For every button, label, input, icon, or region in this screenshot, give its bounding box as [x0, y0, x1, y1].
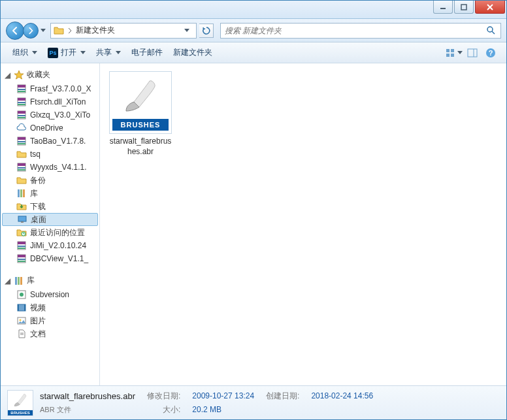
libraries-label: 库 — [27, 275, 35, 286]
svg-rect-55 — [24, 304, 25, 311]
item-icon — [16, 149, 27, 159]
svg-rect-21 — [18, 104, 25, 105]
svg-text:?: ? — [489, 49, 493, 57]
svg-rect-36 — [23, 189, 25, 197]
close-button[interactable] — [475, 1, 505, 14]
sidebar-item[interactable]: tsq — [1, 148, 99, 161]
navigation-sidebar[interactable]: ◢收藏夹Frasf_V3.7.0.0_XFtsrch.dll_XiTonGlxz… — [1, 63, 100, 385]
svg-rect-48 — [15, 277, 17, 285]
email-label: 电子邮件 — [131, 47, 163, 58]
svg-rect-32 — [18, 167, 25, 169]
sidebar-item[interactable]: Subversion — [1, 288, 99, 301]
sidebar-item-label: Glxzq_V3.0_XiTo — [30, 110, 90, 120]
svg-point-52 — [20, 293, 24, 297]
chevron-down-icon — [116, 51, 121, 54]
content-area[interactable]: BRUSHES starwalt_flarebrushes.abr — [100, 63, 506, 385]
help-button[interactable]: ? — [482, 45, 500, 61]
svg-rect-54 — [18, 304, 19, 311]
sidebar-item[interactable]: DBCView_V1.1_ — [1, 252, 99, 265]
svg-rect-1 — [461, 5, 466, 10]
sidebar-item[interactable]: 库 — [1, 187, 99, 200]
svg-rect-23 — [18, 111, 25, 114]
breadcrumb-path[interactable]: 新建文件夹 — [76, 25, 180, 36]
preview-pane-button[interactable] — [463, 45, 482, 61]
brushes-band-small: BRUSHES — [8, 410, 33, 415]
thumbnail-box: BRUSHES — [109, 71, 172, 134]
sidebar-item[interactable]: 图片 — [1, 314, 99, 327]
search-box[interactable] — [220, 23, 501, 39]
search-icon[interactable] — [486, 25, 497, 36]
svg-rect-50 — [20, 277, 22, 285]
svg-rect-37 — [18, 216, 26, 221]
refresh-button[interactable] — [199, 24, 214, 38]
file-thumbnail[interactable]: BRUSHES starwalt_flarebrushes.abr — [108, 71, 173, 157]
sidebar-item[interactable]: 文档 — [1, 327, 99, 340]
svg-rect-38 — [21, 221, 24, 223]
sidebar-item-label: Subversion — [30, 290, 69, 299]
open-label: 打开 — [61, 47, 76, 58]
address-box[interactable]: 新建文件夹 — [50, 23, 197, 39]
sidebar-item[interactable]: Glxzq_V3.0_XiTo — [1, 108, 99, 121]
email-button[interactable]: 电子邮件 — [126, 42, 168, 63]
search-input[interactable] — [225, 26, 486, 35]
maximize-button[interactable] — [454, 1, 474, 14]
sidebar-item[interactable]: 桌面 — [2, 213, 98, 226]
sidebar-item-label: 视频 — [30, 302, 46, 314]
open-with-menu[interactable]: Ps 打开 — [42, 42, 91, 63]
collapse-icon: ◢ — [5, 276, 11, 285]
svg-rect-46 — [18, 259, 25, 260]
libraries-header[interactable]: ◢库 — [1, 273, 99, 288]
sidebar-item[interactable]: JiMi_V2.0.10.24 — [1, 239, 99, 252]
favorites-header[interactable]: ◢收藏夹 — [1, 67, 99, 82]
svg-rect-47 — [18, 261, 25, 262]
svg-line-5 — [492, 31, 495, 34]
svg-point-4 — [487, 27, 493, 32]
minimize-button[interactable] — [433, 1, 453, 14]
new-folder-button[interactable]: 新建文件夹 — [168, 42, 218, 63]
created-label: 创建日期: — [266, 391, 299, 402]
sidebar-item[interactable]: Ftsrch.dll_XiTon — [1, 95, 99, 108]
svg-rect-43 — [18, 248, 25, 249]
nav-buttons — [6, 22, 48, 40]
sidebar-item[interactable]: Wyyxds_V4.1.1. — [1, 161, 99, 174]
back-button[interactable] — [6, 22, 24, 40]
svg-rect-9 — [451, 54, 454, 57]
sidebar-item[interactable]: OneDrive — [1, 121, 99, 135]
sidebar-item-label: OneDrive — [30, 123, 63, 133]
favorites-label: 收藏夹 — [27, 69, 50, 80]
svg-rect-6 — [446, 49, 450, 52]
share-menu[interactable]: 共享 — [91, 42, 126, 63]
address-dropdown[interactable] — [184, 29, 193, 33]
details-text: starwalt_flarebrushes.abr 修改日期: 2009-10-… — [40, 391, 373, 415]
sidebar-item[interactable]: 下载 — [1, 200, 99, 213]
svg-rect-7 — [451, 49, 454, 52]
svg-rect-24 — [18, 115, 25, 116]
chevron-down-icon — [80, 51, 86, 54]
sidebar-item[interactable]: 视频 — [1, 301, 99, 314]
sidebar-item-label: 库 — [30, 188, 38, 199]
details-pane: BRUSHES starwalt_flarebrushes.abr 修改日期: … — [1, 385, 506, 419]
sidebar-item[interactable]: Frasf_V3.7.0.0_X — [1, 82, 99, 95]
organize-menu[interactable]: 组织 — [7, 42, 42, 63]
modified-value: 2009-10-27 13:24 — [192, 391, 254, 400]
svg-rect-34 — [18, 189, 20, 197]
forward-button[interactable] — [23, 23, 39, 39]
sidebar-item-label: 下载 — [30, 201, 46, 212]
item-icon — [16, 175, 27, 186]
sidebar-item[interactable]: 最近访问的位置 — [1, 226, 99, 239]
organize-label: 组织 — [12, 47, 28, 58]
sidebar-item-label: DBCView_V1.1_ — [30, 254, 88, 263]
toolbar: 组织 Ps 打开 共享 电子邮件 新建文件夹 ? — [1, 42, 506, 63]
svg-rect-10 — [468, 49, 477, 57]
view-options-button[interactable] — [445, 45, 463, 61]
item-icon — [16, 240, 27, 251]
item-icon — [16, 136, 27, 146]
item-icon — [16, 329, 27, 339]
sidebar-item[interactable]: TaoBao_V1.7.8. — [1, 135, 99, 148]
item-icon — [16, 110, 27, 120]
sidebar-item-label: 备份 — [30, 175, 46, 186]
sidebar-item[interactable]: 备份 — [1, 174, 99, 187]
star-icon — [14, 70, 24, 80]
brushes-band: BRUSHES — [112, 119, 169, 131]
nav-history-dropdown[interactable] — [39, 24, 48, 37]
